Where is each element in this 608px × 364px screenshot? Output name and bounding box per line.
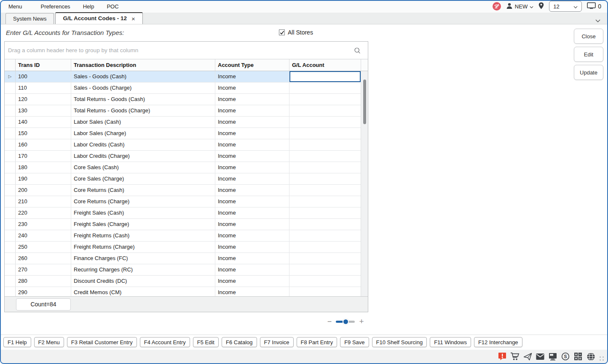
- table-row[interactable]: 220 Freight Sales (Cash) Income: [5, 207, 368, 219]
- fkey-button[interactable]: F2 Menu: [34, 337, 64, 347]
- cell-gl-account[interactable]: [289, 94, 361, 105]
- edit-button[interactable]: Edit: [574, 47, 603, 62]
- offline-wifi-icon[interactable]: [493, 2, 501, 11]
- cell-gl-account[interactable]: [289, 230, 361, 241]
- zoom-in-icon[interactable]: +: [358, 317, 365, 326]
- column-header-trans-id[interactable]: Trans ID: [16, 59, 71, 71]
- scrollbar-thumb[interactable]: [363, 80, 366, 124]
- cell-trans-id: 180: [16, 162, 71, 173]
- user-menu[interactable]: NEW: [506, 3, 533, 11]
- fkey-button[interactable]: F10 Shelf Sourcing: [372, 337, 427, 347]
- table-row[interactable]: 100 Sales - Goods (Cash) Income: [5, 71, 368, 82]
- s-circle-icon[interactable]: S: [561, 352, 570, 361]
- table-row[interactable]: 200 Core Returns (Cash) Income: [5, 185, 368, 196]
- fkey-button[interactable]: F12 Interchange: [474, 337, 522, 347]
- zoom-out-icon[interactable]: −: [326, 317, 333, 326]
- cell-trans-id: 190: [16, 173, 71, 184]
- cell-gl-account[interactable]: [289, 128, 361, 139]
- table-row[interactable]: 140 Labor Sales (Cash) Income: [5, 117, 368, 128]
- cell-gl-account[interactable]: [289, 173, 361, 184]
- fkey-button[interactable]: F5 Edit: [193, 337, 219, 347]
- vertical-scrollbar[interactable]: [361, 71, 368, 296]
- calculator-icon[interactable]: [573, 352, 583, 361]
- cell-gl-account[interactable]: [289, 105, 361, 116]
- row-indicator: [5, 82, 16, 93]
- close-button[interactable]: Close: [574, 29, 603, 44]
- monitor-icon[interactable]: [548, 352, 557, 361]
- column-header-gl-account[interactable]: G/L Account: [289, 59, 361, 71]
- table-row[interactable]: 160 Labor Credits (Cash) Income: [5, 139, 368, 151]
- cell-gl-account[interactable]: [289, 82, 361, 93]
- menu-item-preferences[interactable]: Preferences: [41, 3, 70, 10]
- resize-grip-icon[interactable]: [599, 355, 604, 360]
- fkey-button[interactable]: F8 Part Entry: [297, 337, 337, 347]
- table-row[interactable]: 280 Discount Credits (DC) Income: [5, 276, 368, 287]
- fkey-button[interactable]: F1 Help: [3, 337, 31, 347]
- cell-gl-account[interactable]: [289, 219, 361, 230]
- mail-icon[interactable]: [536, 352, 545, 361]
- table-row[interactable]: 120 Total Returns - Goods (Cash) Income: [5, 94, 368, 105]
- page-title: Enter G/L Accounts for Transaction Types…: [6, 29, 124, 36]
- cell-gl-account[interactable]: [289, 196, 361, 207]
- cell-account-type: Income: [215, 71, 289, 82]
- close-icon[interactable]: ×: [131, 16, 135, 22]
- menu-item-menu[interactable]: Menu: [8, 3, 22, 10]
- table-row[interactable]: 250 Freight Returns (Charge) Income: [5, 242, 368, 253]
- cell-gl-account[interactable]: [289, 162, 361, 173]
- cell-gl-account[interactable]: [289, 71, 361, 82]
- tab-system-news[interactable]: System News: [5, 13, 54, 24]
- table-row[interactable]: 210 Core Returns (Charge) Income: [5, 196, 368, 207]
- globe-icon[interactable]: [586, 352, 595, 361]
- table-row[interactable]: 110 Sales - Goods (Charge) Income: [5, 82, 368, 94]
- store-select[interactable]: 12: [549, 1, 582, 12]
- fkey-button[interactable]: F3 Retail Customer Entry: [67, 337, 137, 347]
- zoom-track[interactable]: [336, 319, 355, 325]
- table-row[interactable]: 180 Core Sales (Cash) Income: [5, 162, 368, 173]
- all-stores-checkbox[interactable]: [279, 29, 285, 35]
- fkey-button[interactable]: F7 Invoice: [260, 337, 294, 347]
- table-row[interactable]: 190 Core Sales (Charge) Income: [5, 173, 368, 185]
- search-icon[interactable]: [354, 47, 361, 56]
- tab-overflow-chevron-icon[interactable]: [595, 16, 600, 24]
- send-icon[interactable]: [523, 352, 532, 361]
- cell-gl-account[interactable]: [289, 287, 361, 296]
- column-header-account-type[interactable]: Account Type: [215, 59, 289, 71]
- table-row[interactable]: 270 Recurring Charges (RC) Income: [5, 264, 368, 276]
- row-indicator: [5, 196, 16, 207]
- table-row[interactable]: 130 Total Returns - Goods (Charge) Incom…: [5, 105, 368, 117]
- cell-gl-account[interactable]: [289, 242, 361, 252]
- fkey-button[interactable]: F4 Account Entry: [140, 337, 190, 347]
- fkey-button[interactable]: F9 Save: [340, 337, 369, 347]
- update-button[interactable]: Update: [574, 65, 603, 80]
- table-row[interactable]: 260 Finance Charges (FC) Income: [5, 253, 368, 264]
- fkey-button[interactable]: F6 Catalog: [222, 337, 257, 347]
- terminal-status[interactable]: 0: [587, 2, 601, 11]
- cell-gl-account[interactable]: [289, 117, 361, 128]
- cell-gl-account[interactable]: [289, 276, 361, 287]
- fkey-button[interactable]: F11 Windows: [430, 337, 471, 347]
- cell-account-type: Income: [215, 196, 289, 207]
- cell-gl-account[interactable]: [289, 151, 361, 162]
- table-row[interactable]: 290 Credit Memos (CM) Income: [5, 287, 368, 296]
- table-row[interactable]: 150 Labor Sales (Charge) Income: [5, 128, 368, 139]
- cell-gl-account[interactable]: [289, 207, 361, 218]
- zoom-thumb[interactable]: [343, 319, 349, 325]
- menu-item-poc[interactable]: POC: [107, 3, 118, 10]
- table-row[interactable]: 240 Freight Returns (Cash) Income: [5, 230, 368, 242]
- cell-gl-account[interactable]: [289, 139, 361, 150]
- group-by-panel[interactable]: Drag a column header here to group by th…: [5, 42, 368, 59]
- menu-item-help[interactable]: Help: [83, 3, 94, 10]
- tab-gl-account-codes[interactable]: G/L Account Codes - 12 ×: [55, 12, 142, 24]
- cart-icon[interactable]: [510, 352, 520, 361]
- column-header-description[interactable]: Transaction Description: [71, 59, 215, 71]
- cell-gl-account[interactable]: [289, 264, 361, 275]
- table-row[interactable]: 170 Labor Credits (Charge) Income: [5, 151, 368, 162]
- cell-gl-account[interactable]: [289, 185, 361, 196]
- row-indicator: [5, 139, 16, 150]
- alert-icon[interactable]: [498, 352, 507, 361]
- cell-description: Freight Returns (Charge): [71, 242, 215, 252]
- location-pin-icon[interactable]: [538, 2, 544, 11]
- cell-description: Core Sales (Cash): [71, 162, 215, 173]
- cell-gl-account[interactable]: [289, 253, 361, 264]
- table-row[interactable]: 230 Freight Sales (Charge) Income: [5, 219, 368, 230]
